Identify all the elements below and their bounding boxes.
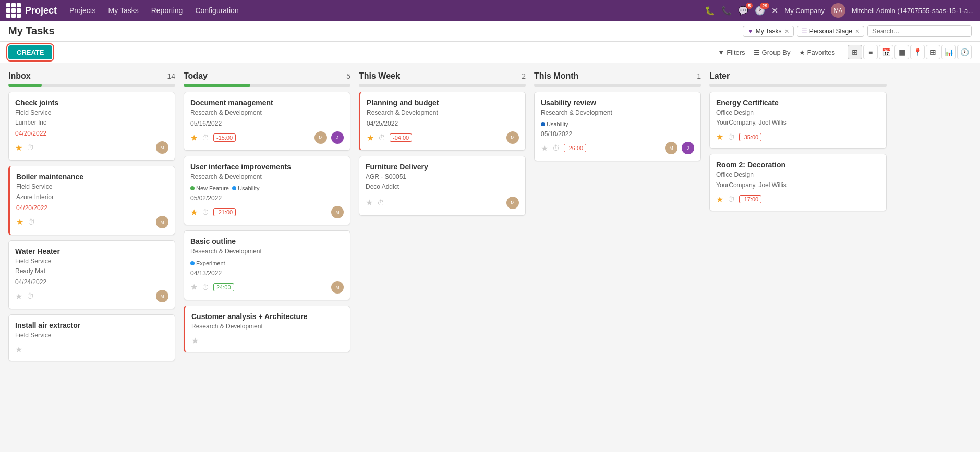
time-badge: -21:00 [213, 208, 236, 216]
view-table[interactable]: ▦ [894, 45, 909, 59]
clock-icon[interactable]: ⏱ [202, 283, 209, 291]
card-title: Water Heater [15, 247, 168, 255]
card-subtitle: Research & Development [190, 172, 344, 182]
task-card[interactable]: Usability reviewResearch & DevelopmentUs… [534, 92, 701, 161]
filter-tag-mytasks[interactable]: ▼ My Tasks × [743, 26, 794, 37]
tag-label: Usability [238, 185, 260, 191]
task-card[interactable]: Boiler maintenanceField ServiceAzure Int… [8, 166, 175, 235]
filter-bar: ▼ My Tasks × ☰ Personal Stage × [743, 25, 972, 37]
tag-label: Usability [547, 121, 568, 127]
filter-tag-stage[interactable]: ☰ Personal Stage × [797, 26, 864, 37]
card-company: Azure Interior [16, 192, 168, 202]
filter-tag-mytasks-remove[interactable]: × [785, 27, 789, 35]
card-company: Deco Addict [366, 182, 519, 192]
clock-icon[interactable]: ⏱ [202, 208, 209, 216]
nav-projects[interactable]: Projects [69, 6, 96, 15]
kanban-column-this-month: This Month1Usability reviewResearch & De… [534, 71, 701, 166]
clock-icon[interactable]: ⏱ [728, 195, 735, 203]
card-tag: Usability [541, 121, 568, 127]
task-card[interactable]: Install air extractorField Service★ [8, 314, 175, 361]
card-title: Boiler maintenance [16, 173, 168, 181]
star-button[interactable]: ★ [367, 133, 374, 143]
star-button[interactable]: ★ [15, 345, 22, 355]
app-brand[interactable]: Project [6, 3, 57, 18]
card-tags: Usability [541, 121, 694, 127]
card-title: User interface improvements [190, 163, 344, 171]
time-badge: -15:00 [213, 133, 236, 142]
star-button[interactable]: ★ [190, 133, 198, 143]
grid-icon[interactable] [6, 3, 21, 18]
task-card[interactable]: Energy CertificateOffice DesignYourCompa… [709, 92, 887, 149]
card-tag: Experiment [190, 260, 225, 266]
nav-configuration[interactable]: Configuration [195, 6, 238, 15]
task-card[interactable]: Room 2: DecorationOffice DesignYourCompa… [709, 154, 887, 211]
card-footer: ★⏱24:00M [190, 281, 344, 294]
close-icon[interactable]: ✕ [771, 6, 778, 16]
star-button[interactable]: ★ [190, 207, 198, 217]
avatar: M [665, 142, 677, 154]
refresh-icon[interactable]: 🕐 29 [755, 6, 765, 16]
toolbar-actions: ▼ Filters ☰ Group By ★ Favorites ⊞ ≡ 📅 ▦… [718, 45, 972, 59]
view-map[interactable]: 📍 [910, 45, 925, 59]
bug-icon[interactable]: 🐛 [705, 6, 715, 16]
clock-icon[interactable]: ⏱ [202, 133, 209, 142]
col-progress-bar [184, 84, 350, 87]
col-title: This Week [359, 71, 400, 81]
task-card[interactable]: Furniture DeliveryAGR - S00051Deco Addic… [359, 156, 526, 215]
card-footer: ★ [191, 336, 344, 346]
clock-icon[interactable]: ⏱ [378, 133, 385, 142]
view-chart[interactable]: 📊 [941, 45, 956, 59]
star-button[interactable]: ★ [191, 336, 199, 346]
clock-icon[interactable]: ⏱ [28, 218, 35, 226]
card-footer: ★⏱M [15, 290, 168, 302]
card-company: YourCompany, Joel Willis [716, 118, 880, 128]
task-card[interactable]: Document managementResearch & Developmen… [184, 92, 350, 151]
star-button[interactable]: ★ [16, 217, 23, 227]
refresh-badge: 29 [760, 3, 769, 9]
task-card[interactable]: Check jointsField ServiceLumber Inc04/20… [8, 92, 175, 161]
username: Mitchell Admin (14707555-saas-15-1-a... [852, 7, 974, 15]
view-kanban[interactable]: ⊞ [848, 45, 862, 59]
clock-icon[interactable]: ⏱ [27, 292, 34, 300]
view-activity[interactable]: 🕐 [957, 45, 972, 59]
chat-icon[interactable]: 💬 5 [738, 6, 748, 16]
avatar: J [682, 142, 694, 154]
tag-dot [190, 261, 195, 265]
clock-icon[interactable]: ⏱ [552, 144, 560, 152]
clock-icon[interactable]: ⏱ [377, 199, 384, 207]
top-navigation: Project Projects My Tasks Reporting Conf… [0, 0, 980, 21]
star-button[interactable]: ★ [366, 198, 373, 207]
favorites-action[interactable]: ★ Favorites [799, 48, 835, 56]
card-title: Install air extractor [15, 321, 168, 329]
star-button[interactable]: ★ [190, 282, 198, 292]
avatar: M [156, 290, 168, 302]
task-card[interactable]: Customer analysis + ArchitectureResearch… [184, 306, 350, 352]
view-calendar[interactable]: 📅 [879, 45, 893, 59]
clock-icon[interactable]: ⏱ [728, 133, 735, 141]
groupby-action[interactable]: ☰ Group By [754, 48, 791, 56]
task-card[interactable]: Planning and budgetResearch & Developmen… [359, 92, 526, 151]
filters-action[interactable]: ▼ Filters [718, 48, 745, 56]
star-button[interactable]: ★ [716, 194, 723, 204]
filter-tag-stage-remove[interactable]: × [855, 27, 860, 35]
filter-icon: ▼ [747, 28, 754, 35]
star-button[interactable]: ★ [716, 132, 723, 142]
task-card[interactable]: Basic outlineResearch & DevelopmentExper… [184, 230, 350, 300]
task-card[interactable]: Water HeaterField ServiceReady Mat04/24/… [8, 240, 175, 309]
view-list[interactable]: ≡ [863, 45, 878, 59]
phone-icon[interactable]: 📞 [721, 6, 732, 16]
star-button[interactable]: ★ [15, 291, 22, 301]
task-card[interactable]: User interface improvementsResearch & De… [184, 156, 350, 225]
create-button[interactable]: CREATE [8, 45, 52, 59]
col-title: Later [709, 71, 730, 81]
search-input[interactable] [867, 25, 972, 37]
star-button[interactable]: ★ [15, 143, 22, 153]
card-date: 04/13/2022 [190, 270, 344, 277]
star-button[interactable]: ★ [541, 143, 548, 153]
avatar[interactable]: MA [831, 3, 845, 18]
clock-icon[interactable]: ⏱ [27, 143, 34, 152]
view-pivot[interactable]: ⊞ [926, 45, 940, 59]
nav-my-tasks[interactable]: My Tasks [108, 6, 139, 15]
nav-reporting[interactable]: Reporting [151, 6, 183, 15]
card-footer: ★⏱-17:00 [716, 194, 880, 204]
